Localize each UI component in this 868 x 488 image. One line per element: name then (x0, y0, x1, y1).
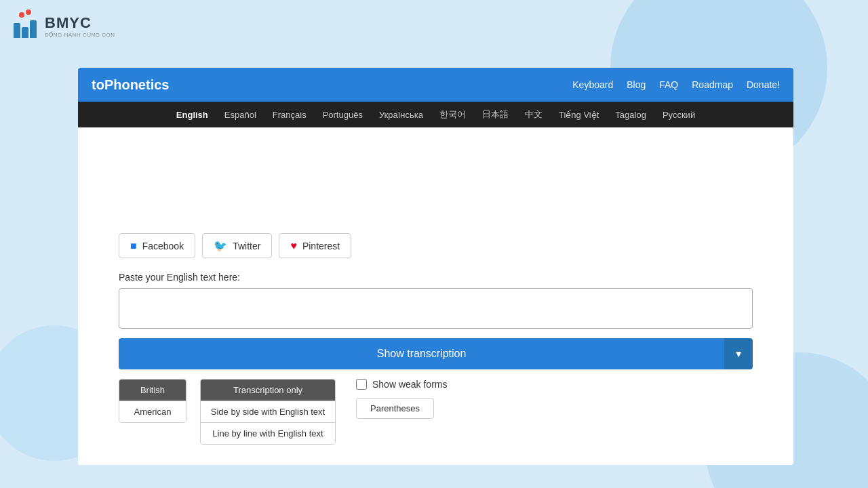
site-brand: toPhonetics (92, 77, 169, 93)
twitter-icon: 🐦 (214, 239, 227, 252)
social-buttons: ■ Facebook 🐦 Twitter ♥ Pinterest (119, 233, 753, 258)
logo-sub: ĐỒNG HÀNH CÙNG CON (45, 32, 115, 38)
nav-donate[interactable]: Donate! (747, 79, 780, 90)
logo-bar1 (14, 23, 20, 38)
nav-faq[interactable]: FAQ (659, 79, 678, 90)
pinterest-label: Pinterest (302, 241, 340, 251)
display-mode-group: Transcription only Side by side with Eng… (200, 379, 336, 445)
logo-area: BMYC ĐỒNG HÀNH CÙNG CON (14, 14, 115, 38)
nav-keyboard[interactable]: Keyboard (572, 79, 613, 90)
nav-bar: toPhonetics Keyboard Blog FAQ Roadmap Do… (78, 68, 793, 102)
show-weak-forms-label: Show weak forms (372, 379, 447, 390)
lang-vietnamese[interactable]: Tiếng Việt (559, 110, 599, 120)
logo-text: BMYC ĐỒNG HÀNH CÙNG CON (45, 14, 115, 38)
logo-bar2 (22, 27, 28, 38)
options-row: British American Transcription only Side… (119, 379, 753, 445)
right-options: Show weak forms Parentheses (356, 379, 447, 419)
nav-blog[interactable]: Blog (627, 79, 646, 90)
lang-english[interactable]: English (176, 110, 208, 120)
american-accent-button[interactable]: American (119, 401, 186, 422)
show-weak-forms-checkbox[interactable] (356, 379, 367, 390)
show-transcription-button[interactable]: Show transcription (119, 338, 724, 369)
nav-roadmap[interactable]: Roadmap (692, 79, 733, 90)
text-input[interactable] (119, 288, 753, 329)
pinterest-button[interactable]: ♥ Pinterest (279, 233, 351, 258)
transcription-row: Show transcription ▼ (119, 338, 753, 369)
pinterest-icon: ♥ (290, 240, 297, 252)
lang-francais[interactable]: Français (273, 110, 307, 120)
facebook-label: Facebook (142, 241, 184, 251)
nav-links: Keyboard Blog FAQ Roadmap Donate! (572, 79, 780, 90)
main-card: toPhonetics Keyboard Blog FAQ Roadmap Do… (78, 68, 793, 465)
logo-brand: BMYC (45, 14, 115, 32)
lang-portugues[interactable]: Português (323, 110, 363, 120)
accent-group: British American (119, 379, 186, 423)
logo-dot2 (26, 9, 31, 15)
logo-dot1 (19, 12, 24, 18)
logo-bar3 (30, 20, 37, 38)
content-area: ■ Facebook 🐦 Twitter ♥ Pinterest Paste y… (78, 127, 793, 465)
twitter-button[interactable]: 🐦 Twitter (202, 233, 272, 258)
british-accent-button[interactable]: British (119, 380, 186, 401)
parentheses-button[interactable]: Parentheses (356, 398, 434, 419)
parentheses-row: Parentheses (356, 398, 447, 419)
transcription-only-button[interactable]: Transcription only (201, 380, 335, 401)
show-weak-forms-row[interactable]: Show weak forms (356, 379, 447, 390)
ad-area (119, 141, 753, 222)
twitter-label: Twitter (233, 241, 260, 251)
side-by-side-button[interactable]: Side by side with English text (201, 401, 335, 422)
lang-chinese[interactable]: 中文 (525, 108, 542, 121)
logo-icon (14, 14, 39, 38)
language-bar: English Español Français Português Украї… (78, 102, 793, 127)
lang-korean[interactable]: 한국어 (439, 108, 466, 121)
facebook-icon: ■ (130, 240, 137, 252)
lang-russian[interactable]: Русский (663, 110, 695, 120)
transcription-dropdown-button[interactable]: ▼ (724, 338, 753, 369)
lang-japanese[interactable]: 日本語 (482, 108, 509, 121)
lang-ukrainian[interactable]: Українська (379, 110, 423, 120)
lang-espanol[interactable]: Español (224, 110, 256, 120)
lang-tagalog[interactable]: Tagalog (615, 110, 646, 120)
paste-label: Paste your English text here: (119, 272, 753, 283)
facebook-button[interactable]: ■ Facebook (119, 233, 195, 258)
line-by-line-button[interactable]: Line by line with English text (201, 422, 335, 444)
